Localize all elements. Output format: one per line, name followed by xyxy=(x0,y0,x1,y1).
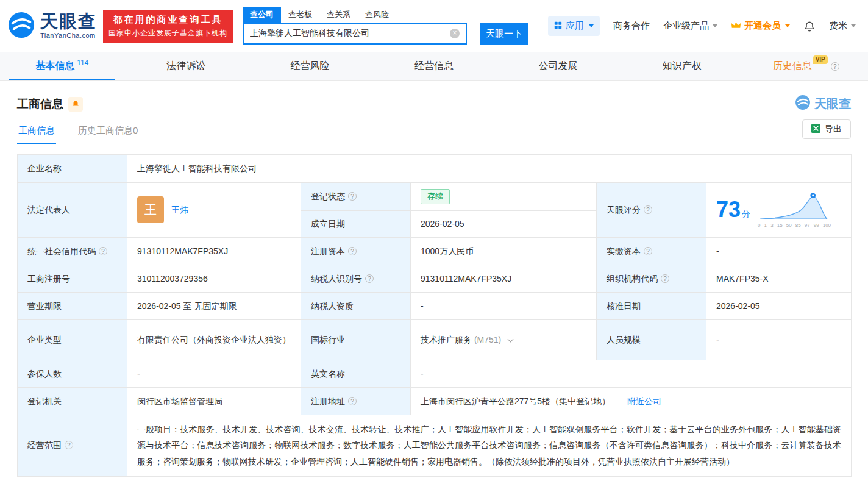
registration-number-value: 310112003729356 xyxy=(137,274,208,283)
company-nav-tabs: 基本信息 114 法律诉讼 经营风险 经营信息 公司发展 知识产权 历史信息 V… xyxy=(0,52,868,81)
label-text: 登记机关 xyxy=(27,396,62,406)
field-label-paid-capital: 实缴资本? xyxy=(597,237,706,265)
tab-basic-info-label: 基本信息 xyxy=(35,60,74,73)
label-text: 企业名称 xyxy=(27,163,62,173)
subtab-history-label: 历史工商信息 xyxy=(78,125,133,135)
vip-upgrade-label: 开通会员 xyxy=(744,20,781,32)
notifications-bell-icon[interactable] xyxy=(803,20,816,33)
field-value-paid-capital: - xyxy=(706,237,852,265)
staff-size-value: - xyxy=(716,335,719,344)
field-label-company-name: 企业名称 xyxy=(18,155,127,183)
apps-menu-button[interactable]: 应用 xyxy=(548,16,600,36)
section-title: 工商信息 xyxy=(17,96,63,112)
logo-text-cn: 天眼查 xyxy=(40,13,97,30)
status-badge: 存续 xyxy=(421,189,450,204)
user-menu[interactable]: 费米 xyxy=(829,20,856,32)
establish-date-value: 2026-02-05 xyxy=(421,219,464,229)
score-axis-tick: 50 xyxy=(786,222,792,230)
label-text: 核准日期 xyxy=(607,301,641,311)
search-row: × 天眼一下 xyxy=(243,23,528,45)
field-value-business-term: 2026-02-05 至 无固定期限 xyxy=(127,292,301,319)
field-value-establish-date: 2026-02-05 xyxy=(411,210,597,237)
tianyancha-logo[interactable]: 天眼查 TianYanCha.com xyxy=(7,11,97,41)
search-tab-risk[interactable]: 查风险 xyxy=(358,7,396,23)
chevron-down-icon xyxy=(785,24,790,27)
search-button[interactable]: 天眼一下 xyxy=(480,23,528,45)
nearby-companies-link[interactable]: 附近公司 xyxy=(627,396,661,406)
field-value-english-name: - xyxy=(411,360,852,387)
score-number: 73分 xyxy=(716,199,750,221)
help-icon[interactable]: ? xyxy=(348,192,357,201)
vip-upgrade-link[interactable]: 开通会员 xyxy=(731,20,790,32)
legal-rep-name-link[interactable]: 王炜 xyxy=(171,203,188,216)
business-cooperation-link[interactable]: 商务合作 xyxy=(613,20,650,32)
tab-operating-risk-label: 经营风险 xyxy=(291,60,330,73)
search-input[interactable] xyxy=(244,29,466,38)
field-value-company-type: 有限责任公司（外商投资企业法人独资） xyxy=(127,319,301,360)
tianyancha-watermark-icon xyxy=(795,94,811,113)
apps-grid-icon xyxy=(554,21,562,31)
field-value-registered-capital: 1000万人民币 xyxy=(411,237,597,265)
tab-operating-risk[interactable]: 经营风险 xyxy=(248,52,372,80)
field-value-business-scope: 一般项目：技术服务、技术开发、技术咨询、技术交流、技术转让、技术推广；人工智能应… xyxy=(127,415,852,476)
subtab-business-info[interactable]: 工商信息 xyxy=(17,120,56,143)
help-icon[interactable]: ? xyxy=(348,247,357,255)
help-icon[interactable]: ? xyxy=(99,247,107,255)
help-icon[interactable]: ? xyxy=(348,397,357,405)
label-text: 登记状态 xyxy=(311,191,345,201)
field-value-org-code: MAK7FP35-X xyxy=(706,265,852,292)
help-icon[interactable]: ? xyxy=(365,274,374,283)
banner-line1: 都在用的商业查询工具 xyxy=(108,14,227,26)
help-icon[interactable]: ? xyxy=(661,274,669,283)
subtab-history-business-info[interactable]: 历史工商信息0 xyxy=(77,120,139,143)
label-text: 企业类型 xyxy=(27,335,62,344)
chevron-down-icon xyxy=(589,24,594,27)
business-term-value: 2026-02-05 至 无固定期限 xyxy=(137,301,237,311)
search-tab-company[interactable]: 查公司 xyxy=(243,7,281,23)
clear-icon[interactable]: × xyxy=(450,29,460,38)
help-icon[interactable]: ? xyxy=(644,205,652,214)
tab-intellectual-property[interactable]: 知识产权 xyxy=(620,52,744,80)
score-unit: 分 xyxy=(742,209,750,219)
field-label-company-type: 企业类型 xyxy=(18,319,127,360)
field-label-approval-date: 核准日期 xyxy=(597,292,706,319)
chevron-down-icon[interactable] xyxy=(508,337,514,343)
field-value-credit-code: 91310112MAK7FP35XJ xyxy=(127,237,301,265)
help-icon[interactable]: ? xyxy=(65,441,73,449)
label-text: 注册资本 xyxy=(311,246,345,256)
registration-authority-value: 闵行区市场监督管理局 xyxy=(137,396,222,406)
help-icon[interactable]: ? xyxy=(644,247,652,255)
field-label-registered-address: 注册地址? xyxy=(301,387,411,415)
tab-legal-proceedings[interactable]: 法律诉讼 xyxy=(124,52,247,80)
tab-company-development[interactable]: 公司发展 xyxy=(496,52,620,80)
chevron-down-icon xyxy=(713,24,717,27)
score-axis-labels: 0 1 3 15 50 85 97 99 100 xyxy=(758,222,831,230)
label-text: 营业期限 xyxy=(27,301,62,311)
help-icon[interactable]: ? xyxy=(831,62,839,71)
registered-capital-value: 1000万人民币 xyxy=(421,246,474,256)
tab-history-info[interactable]: 历史信息 VIP ? xyxy=(744,52,868,80)
tab-intellectual-property-label: 知识产权 xyxy=(663,60,702,73)
score-axis-tick: 100 xyxy=(823,222,831,230)
search-tab-boss[interactable]: 查老板 xyxy=(281,7,319,23)
label-text: 实缴资本 xyxy=(607,246,641,256)
search-tab-relation[interactable]: 查关系 xyxy=(319,7,358,23)
export-label: 导出 xyxy=(825,124,842,135)
label-text: 纳税人资质 xyxy=(311,301,354,311)
label-text: 统一社会信用代码 xyxy=(27,246,96,256)
taxpayer-quality-value: - xyxy=(421,301,424,311)
field-label-credit-code: 统一社会信用代码? xyxy=(18,237,127,265)
monitor-bell-icon[interactable] xyxy=(68,97,83,112)
label-text: 英文名称 xyxy=(311,369,345,379)
tab-basic-info-count: 114 xyxy=(77,59,88,67)
tab-history-info-label: 历史信息 xyxy=(773,60,812,73)
enterprise-products-menu[interactable]: 企业级产品 xyxy=(663,20,717,32)
export-button[interactable]: 导出 xyxy=(802,119,851,139)
field-value-registration-number: 310112003729356 xyxy=(127,265,301,292)
paid-capital-value: - xyxy=(716,246,719,256)
field-value-staff-size: - xyxy=(706,319,852,360)
label-text: 工商注册号 xyxy=(27,274,70,283)
tab-basic-info[interactable]: 基本信息 114 xyxy=(0,52,124,80)
tab-operating-info[interactable]: 经营信息 xyxy=(372,52,496,80)
subtabs-row: 工商信息 历史工商信息0 导出 xyxy=(17,119,851,144)
